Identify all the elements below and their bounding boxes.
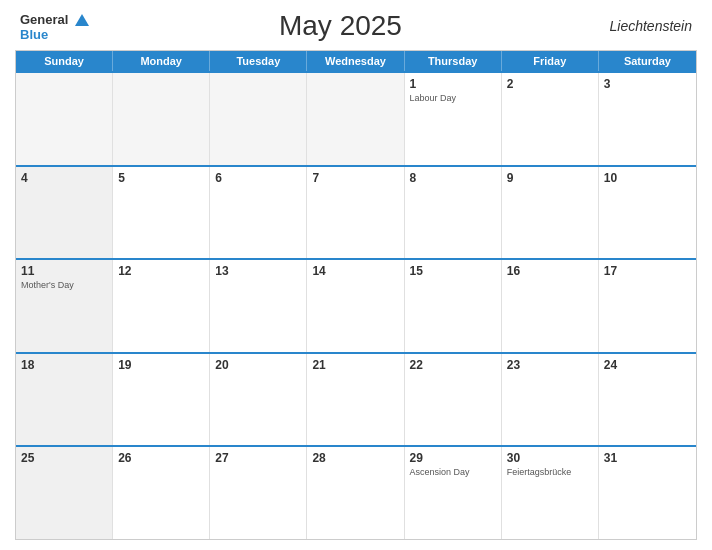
cal-cell: 2 [502,73,599,165]
day-number: 26 [118,451,131,465]
day-number: 9 [507,171,514,185]
day-number: 13 [215,264,228,278]
day-of-week-sunday: Sunday [16,51,113,71]
cal-cell: 6 [210,167,307,259]
day-number: 31 [604,451,617,465]
week-5: 2526272829Ascension Day30Feiertagsbrücke… [16,445,696,539]
page: General Blue May 2025 Liechtenstein Sund… [0,0,712,550]
cal-cell: 8 [405,167,502,259]
cal-cell: 22 [405,354,502,446]
day-event: Ascension Day [410,467,470,478]
day-number: 11 [21,264,34,278]
cal-cell: 5 [113,167,210,259]
day-number: 23 [507,358,520,372]
cal-cell: 7 [307,167,404,259]
cal-cell: 9 [502,167,599,259]
day-number: 2 [507,77,514,91]
cal-cell: 28 [307,447,404,539]
day-number: 4 [21,171,28,185]
day-number: 22 [410,358,423,372]
country-label: Liechtenstein [592,18,692,34]
logo-triangle-icon [75,14,89,26]
cal-cell: 27 [210,447,307,539]
cal-cell: 20 [210,354,307,446]
day-of-week-friday: Friday [502,51,599,71]
cal-cell [307,73,404,165]
day-number: 28 [312,451,325,465]
day-number: 30 [507,451,520,465]
day-number: 12 [118,264,131,278]
calendar-body: 1Labour Day234567891011Mother's Day12131… [16,71,696,539]
cal-cell: 23 [502,354,599,446]
day-number: 17 [604,264,617,278]
day-number: 1 [410,77,417,91]
day-number: 8 [410,171,417,185]
logo-general: General [20,10,89,28]
cal-cell: 31 [599,447,696,539]
day-of-week-tuesday: Tuesday [210,51,307,71]
cal-cell: 17 [599,260,696,352]
day-event: Mother's Day [21,280,74,291]
week-4: 18192021222324 [16,352,696,446]
cal-cell: 25 [16,447,113,539]
cal-cell: 19 [113,354,210,446]
day-of-week-thursday: Thursday [405,51,502,71]
cal-cell: 26 [113,447,210,539]
cal-cell: 3 [599,73,696,165]
cal-cell: 14 [307,260,404,352]
cal-cell: 16 [502,260,599,352]
logo-blue: Blue [20,28,48,42]
cal-cell: 24 [599,354,696,446]
day-event: Labour Day [410,93,457,104]
day-number: 20 [215,358,228,372]
day-number: 16 [507,264,520,278]
day-number: 15 [410,264,423,278]
day-number: 6 [215,171,222,185]
day-number: 27 [215,451,228,465]
calendar-title: May 2025 [89,10,592,42]
week-2: 45678910 [16,165,696,259]
cal-cell: 12 [113,260,210,352]
cal-cell [16,73,113,165]
cal-cell: 10 [599,167,696,259]
day-number: 29 [410,451,423,465]
cal-cell [113,73,210,165]
cal-cell: 18 [16,354,113,446]
day-number: 25 [21,451,34,465]
cal-cell: 1Labour Day [405,73,502,165]
cal-cell: 30Feiertagsbrücke [502,447,599,539]
day-of-week-monday: Monday [113,51,210,71]
day-number: 24 [604,358,617,372]
day-number: 10 [604,171,617,185]
day-number: 3 [604,77,611,91]
day-number: 7 [312,171,319,185]
day-number: 5 [118,171,125,185]
week-1: 1Labour Day23 [16,71,696,165]
day-number: 19 [118,358,131,372]
day-number: 18 [21,358,34,372]
cal-cell: 15 [405,260,502,352]
cal-cell [210,73,307,165]
cal-cell: 21 [307,354,404,446]
cal-cell: 11Mother's Day [16,260,113,352]
header: General Blue May 2025 Liechtenstein [15,10,697,42]
day-number: 21 [312,358,325,372]
calendar-header-row: SundayMondayTuesdayWednesdayThursdayFrid… [16,51,696,71]
day-of-week-wednesday: Wednesday [307,51,404,71]
cal-cell: 29Ascension Day [405,447,502,539]
day-number: 14 [312,264,325,278]
cal-cell: 13 [210,260,307,352]
day-of-week-saturday: Saturday [599,51,696,71]
week-3: 11Mother's Day121314151617 [16,258,696,352]
calendar: SundayMondayTuesdayWednesdayThursdayFrid… [15,50,697,540]
logo: General Blue [20,10,89,42]
cal-cell: 4 [16,167,113,259]
day-event: Feiertagsbrücke [507,467,572,478]
